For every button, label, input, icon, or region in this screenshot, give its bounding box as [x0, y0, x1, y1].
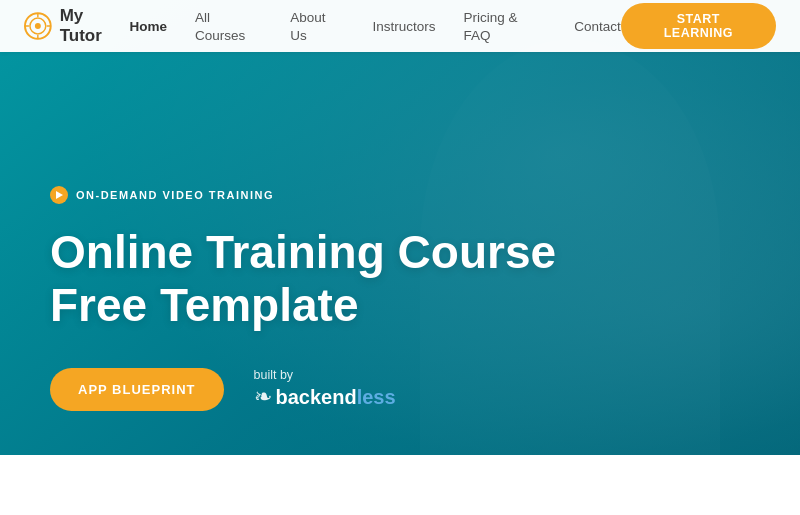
nav-pricing-faq[interactable]: Pricing & FAQ — [463, 10, 517, 43]
hero-title: Online Training Course Free Template — [50, 226, 590, 332]
backendless-wave-icon: ❧ — [254, 384, 272, 410]
backendless-logo: ❧ backendless — [254, 384, 396, 410]
nav-contact[interactable]: Contact — [574, 19, 621, 34]
nav-about-us[interactable]: About Us — [290, 10, 325, 43]
hero-title-line1: Online Training Course — [50, 226, 556, 278]
logo[interactable]: My Tutor — [24, 6, 129, 46]
app-blueprint-button[interactable]: APP BLUEPRINT — [50, 368, 224, 411]
hero-buttons: APP BLUEPRINT built by ❧ backendless — [50, 368, 750, 411]
navbar: My Tutor Home All Courses About Us Instr… — [0, 0, 800, 52]
logo-icon — [24, 12, 52, 40]
backendless-suffix: less — [357, 386, 396, 409]
nav-links: Home All Courses About Us Instructors Pr… — [129, 8, 620, 44]
svg-point-2 — [35, 23, 41, 29]
hero-section: ON-DEMAND VIDEO TRAINING Online Training… — [0, 0, 800, 515]
nav-home[interactable]: Home — [129, 19, 167, 34]
built-by-label: built by — [254, 368, 294, 382]
backendless-text: backend — [276, 386, 357, 409]
start-learning-button[interactable]: START LEARNING — [621, 3, 776, 49]
nav-instructors[interactable]: Instructors — [372, 19, 435, 34]
badge-row: ON-DEMAND VIDEO TRAINING — [50, 186, 750, 204]
brand-name: My Tutor — [60, 6, 130, 46]
bottom-white-strip — [0, 455, 800, 515]
play-icon — [50, 186, 68, 204]
nav-all-courses[interactable]: All Courses — [195, 10, 245, 43]
built-by: built by ❧ backendless — [254, 368, 396, 410]
hero-title-line2: Free Template — [50, 279, 358, 331]
hero-content: ON-DEMAND VIDEO TRAINING Online Training… — [0, 134, 800, 411]
badge-text: ON-DEMAND VIDEO TRAINING — [76, 189, 274, 201]
